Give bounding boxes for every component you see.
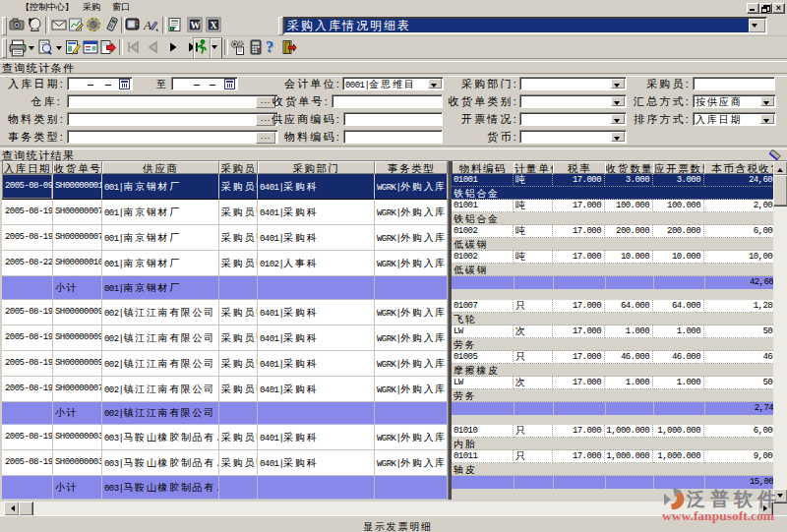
svg-text:W: W bbox=[191, 20, 201, 30]
svg-text:A: A bbox=[143, 18, 151, 32]
svg-text:X: X bbox=[210, 20, 217, 30]
